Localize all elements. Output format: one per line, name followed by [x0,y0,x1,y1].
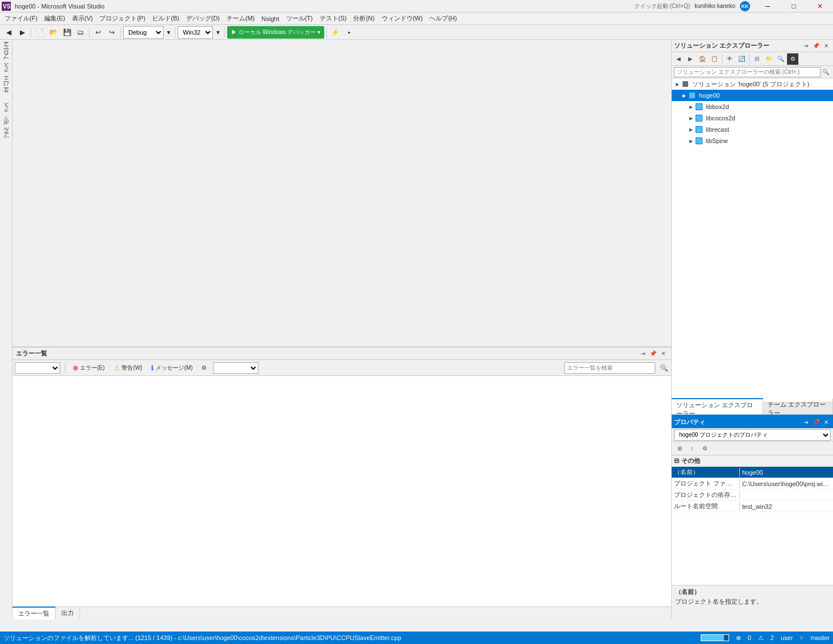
error-panel-float-button[interactable]: ⇥ [638,349,647,358]
output-tab[interactable]: 出力 [56,607,80,619]
solution-label: ソリューション 'hoge00' (5 プロジェクト) [692,80,810,89]
prop-row-deps[interactable]: プロジェクトの依存関係 [672,490,833,501]
separator-6 [326,27,327,37]
se-pin-button[interactable]: 📌 [811,41,821,51]
platform-dropdown-arrow[interactable]: ▾ [214,26,222,39]
se-bottom-tabs: ソリューション エクスプローラー チーム エクスプローラー [672,402,833,415]
se-libcocos2d-item[interactable]: ▶ libcocos2d [672,112,833,124]
hoge00-expand-arrow[interactable]: ▶ [681,92,688,99]
right-panel: ソリューション エクスプローラー ⇥ 📌 ✕ ◀ ▶ 🏠 📋 👁 🔄 ⊟ 📁 🔍 [671,40,833,619]
se-back-button[interactable]: ◀ [673,53,684,65]
server-explorer-tab[interactable]: サーバー エクスプローラー [1,42,12,101]
librecast-icon [694,125,704,134]
se-search-icon[interactable]: 🔍 [821,66,831,78]
menu-team[interactable]: チーム(M) [223,13,258,24]
prop-row-ns[interactable]: ルート名前空間 test_win32 [672,501,833,512]
error-panel-pin-button[interactable]: 📌 [648,349,658,358]
platform-dropdown[interactable]: Win32 x64 [178,26,213,39]
debug-run-button[interactable]: ▶ ローカル Windows デバッガー ▾ [227,26,324,39]
config-dropdown-arrow[interactable]: ▾ [165,26,173,39]
redo-button[interactable]: ↪ [106,26,118,39]
se-close-button[interactable]: ✕ [822,41,831,51]
menu-edit[interactable]: 編集(E) [41,13,69,24]
extra-button[interactable]: ▪ [343,26,355,39]
menu-test[interactable]: テスト(S) [316,13,350,24]
attach-button[interactable]: ⚡ [329,26,342,39]
se-collapse-button[interactable]: ⊟ [751,53,763,65]
se-search-input[interactable] [674,67,821,77]
save-all-button[interactable]: 🗂 [74,26,87,39]
error-search-input[interactable] [564,362,655,374]
separator [722,54,722,64]
menu-analyze[interactable]: 分析(N) [350,13,378,24]
prop-alphabetical-button[interactable]: ↕ [687,443,698,454]
warning-count-button[interactable]: ⚠ 警告(W) [111,363,145,373]
solution-root-item[interactable]: ▶ ソリューション 'hoge00' (5 プロジェクト) [672,78,833,90]
se-props-button[interactable]: 📋 [709,53,720,65]
undo-button[interactable]: ↩ [92,26,104,39]
close-button[interactable]: ✕ [807,0,833,12]
menu-help[interactable]: ヘルプ(H) [426,13,460,24]
prop-row-name[interactable]: （名前） hoge00 [672,467,833,478]
prop-dropdown[interactable]: hoge00 プロジェクトのプロパティ [674,429,831,441]
libcocos2d-expand-arrow[interactable]: ▶ [688,115,694,122]
prop-row-file[interactable]: プロジェクト ファイル C:\Users\user\hoge00\proj.wi… [672,478,833,490]
minimize-button[interactable]: ─ [755,0,781,12]
se-libbox2d-item[interactable]: ▶ libbox2d [672,101,833,112]
editor-area: エラー一覧 ⇥ 📌 ✕ ⊗ エラー(E) ⚠ [12,40,671,619]
user-name: kunihiko kaneko [694,3,735,9]
config-dropdown[interactable]: Debug Release [123,26,164,39]
message-count-button[interactable]: ℹ メッセージ(M) [148,363,195,373]
prop-deps-label: プロジェクトの依存関係 [672,491,740,499]
se-hoge00-item[interactable]: ▶ hoge00 [672,90,833,101]
error-search-button[interactable]: 🔍 [659,362,669,374]
menu-debug[interactable]: デバッグ(D) [183,13,223,24]
new-button[interactable]: 📄 [34,26,46,39]
root-expand-arrow[interactable]: ▶ [674,81,681,87]
expand-icon: ⊟ [674,457,679,465]
se-refresh-button[interactable]: 🔄 [736,53,747,65]
solution-icon [681,80,690,89]
open-button[interactable]: 📂 [47,26,60,39]
forward-button[interactable]: ▶ [16,26,28,39]
error-filter-dropdown[interactable] [213,362,258,374]
back-button[interactable]: ◀ [2,26,15,39]
save-button[interactable]: 💾 [61,26,73,39]
prop-float-button[interactable]: ⇥ [801,417,810,426]
error-panel-close-button[interactable]: ✕ [659,349,668,358]
menu-build[interactable]: ビルド(B) [149,13,183,24]
se-float-button[interactable]: ⇥ [801,41,810,51]
prop-close-button[interactable]: ✕ [822,417,831,426]
prop-pin-button[interactable]: 📌 [811,417,821,426]
libspine-expand-arrow[interactable]: ▶ [688,137,694,144]
separator-2 [749,54,750,64]
toolbox-tab[interactable]: ツールボックス [1,101,12,145]
se-libspine-item[interactable]: ▶ libSpine [672,135,833,147]
libbox2d-expand-arrow[interactable]: ▶ [688,103,694,110]
prop-settings-button[interactable]: ⚙ [699,443,710,454]
extra-filter-button[interactable]: ⚙ [199,363,210,372]
error-count-button[interactable]: ⊗ エラー(E) [70,363,107,373]
menu-nsight[interactable]: Nsight [258,14,283,23]
se-librecast-item[interactable]: ▶ librecast [672,124,833,135]
menu-project[interactable]: プロジェクト(P) [96,13,149,24]
se-title: ソリューション エクスプローラー [674,41,801,50]
prop-categorized-button[interactable]: ⊞ [674,443,685,454]
error-list-tab[interactable]: エラー一覧 [12,607,56,620]
se-filter-button[interactable]: 🔍 [775,53,786,65]
librecast-expand-arrow[interactable]: ▶ [688,126,694,133]
se-forward-button[interactable]: ▶ [685,53,696,65]
se-show-all-button[interactable]: 👁 [724,53,735,65]
error-scope-dropdown[interactable] [15,362,60,374]
se-new-folder-button[interactable]: 📁 [763,53,775,65]
menu-tools[interactable]: ツール(T) [283,13,316,24]
maximize-button[interactable]: □ [781,0,807,12]
warning-label: 警告(W) [122,364,142,372]
window-title: hoge00 - Microsoft Visual Studio [12,3,634,10]
menu-view[interactable]: 表示(V) [69,13,97,24]
se-home-button[interactable]: 🏠 [697,53,708,65]
se-settings-button[interactable]: ⚙ [787,53,798,65]
menu-window[interactable]: ウィンドウ(W) [378,13,426,24]
menu-file[interactable]: ファイル(F) [1,13,41,24]
libbox2d-icon [694,102,704,111]
